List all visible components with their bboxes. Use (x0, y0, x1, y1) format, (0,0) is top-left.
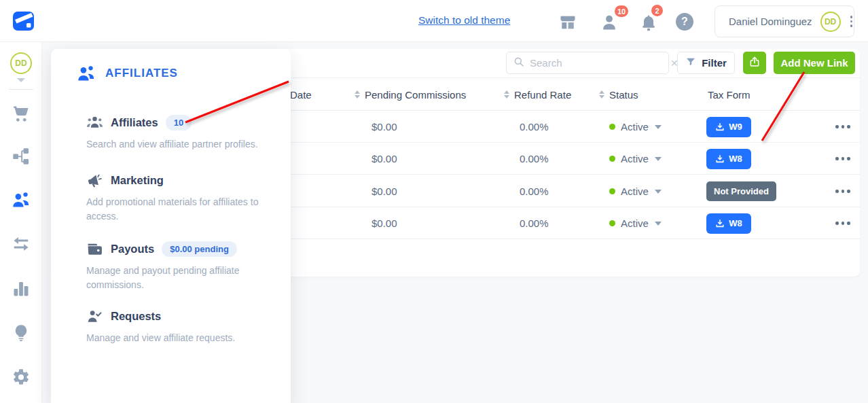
status-caret-icon[interactable] (655, 157, 662, 161)
flyout-item-label: Affiliates (111, 116, 158, 129)
column-label: Pending Commissions (365, 89, 466, 101)
flyout-header: AFFILIATES (77, 64, 178, 83)
pending-commissions-value: $0.00 (372, 175, 397, 207)
notifications-count-badge: 2 (650, 3, 664, 18)
row-actions-menu-icon[interactable] (834, 121, 852, 133)
status-caret-icon[interactable] (655, 190, 662, 194)
flyout-item-description: Search and view affiliate partner profil… (86, 137, 283, 152)
tax-form-download-button[interactable]: W8 (706, 149, 751, 169)
search-box[interactable]: ✕ (506, 52, 669, 74)
app-logo-icon[interactable] (12, 9, 36, 33)
user-avatar: DD (820, 12, 841, 32)
column-label: Status (609, 89, 638, 101)
person-check-icon (86, 308, 103, 325)
wallet-icon (86, 241, 103, 258)
active-status-dot (609, 188, 615, 194)
top-header: Switch to old theme 10 2 ? Daniel Doming… (0, 0, 868, 42)
storefront-icon[interactable] (558, 13, 577, 32)
contacts-count-badge: 10 (613, 4, 630, 18)
sidebar-item-analytics[interactable] (12, 279, 31, 298)
tax-form-label: W8 (729, 218, 742, 228)
kebab-menu-icon[interactable] (848, 13, 856, 30)
active-status-dot (609, 124, 615, 130)
sort-icon[interactable] (504, 90, 509, 99)
user-menu[interactable]: Daniel Dominguez DD (715, 5, 854, 37)
sidebar-item-cart[interactable] (12, 104, 31, 123)
status-caret-icon[interactable] (655, 222, 662, 226)
filter-funnel-icon (685, 56, 696, 69)
filter-label: Filter (702, 57, 727, 69)
tax-form-label: W8 (729, 154, 742, 164)
flyout-item-description: Manage and payout pending affiliate comm… (86, 264, 283, 292)
flyout-item-label: Payouts (111, 243, 154, 256)
filter-button[interactable]: Filter (677, 52, 735, 74)
sidebar-divider (9, 89, 33, 90)
column-label: Tax Form (708, 89, 751, 101)
status-caret-icon[interactable] (655, 125, 662, 129)
active-status-dot (609, 220, 615, 226)
flyout-item-label: Requests (111, 310, 161, 323)
sidebar: DD (0, 42, 42, 403)
flyout-item-link[interactable]: Marketing (86, 172, 285, 189)
flyout-item-payouts: Payouts $0.00 pending Manage and payout … (86, 241, 285, 292)
column-label: Date (290, 89, 312, 101)
status-cell: Active (609, 207, 662, 239)
sidebar-avatar[interactable]: DD (10, 52, 32, 74)
search-input[interactable] (530, 57, 665, 69)
flyout-item-affiliates: Affiliates 10 Search and view affiliate … (86, 114, 285, 152)
users-group-icon (86, 114, 103, 131)
refund-rate-value: 0.00% (520, 111, 549, 143)
status-cell: Active (609, 175, 662, 207)
column-header-tax-form: Tax Form (708, 78, 751, 111)
refund-rate-value: 0.00% (520, 207, 549, 239)
status-label: Active (621, 153, 649, 164)
chevron-down-icon[interactable] (17, 78, 25, 82)
column-header-status[interactable]: Status (599, 78, 638, 111)
flyout-item-marketing: Marketing Add promotional materials for … (86, 172, 285, 224)
sidebar-item-ideas[interactable] (12, 323, 31, 343)
export-button[interactable] (743, 52, 766, 74)
user-name: Daniel Dominguez (729, 16, 814, 27)
tax-form-label: W9 (729, 122, 742, 132)
sidebar-item-settings[interactable] (12, 368, 31, 387)
status-label: Active (621, 217, 649, 229)
add-new-link-button[interactable]: Add New Link (774, 52, 855, 74)
flyout-item-description: Manage and view affiliate requests. (86, 331, 283, 345)
tax-form-download-button[interactable]: W9 (706, 117, 751, 137)
flyout-item-label: Marketing (111, 174, 164, 187)
megaphone-icon (86, 172, 103, 189)
sort-icon[interactable] (355, 90, 360, 99)
flyout-item-link[interactable]: Requests (86, 308, 285, 325)
export-icon (748, 56, 761, 70)
search-icon (513, 56, 524, 70)
flyout-item-link[interactable]: Payouts $0.00 pending (86, 241, 285, 258)
flyout-item-description: Add promotional materials for affiliates… (86, 195, 283, 224)
row-actions-menu-icon[interactable] (834, 153, 852, 164)
sidebar-item-transactions[interactable] (12, 234, 31, 253)
pending-commissions-value: $0.00 (372, 143, 397, 175)
affiliates-icon (77, 64, 96, 83)
row-actions-menu-icon[interactable] (834, 217, 852, 229)
column-header-refund-rate[interactable]: Refund Rate (504, 78, 571, 111)
refund-rate-value: 0.00% (520, 175, 549, 207)
status-label: Active (621, 186, 649, 197)
tax-form-download-button[interactable]: W8 (706, 213, 751, 234)
pending-commissions-value: $0.00 (372, 111, 397, 143)
column-header-date[interactable]: Date (290, 78, 312, 111)
pending-commissions-value: $0.00 (372, 207, 397, 239)
download-icon (715, 154, 725, 164)
download-icon (715, 219, 725, 228)
switch-theme-link[interactable]: Switch to old theme (418, 14, 510, 27)
tax-form-not-provided-badge: Not Provided (706, 181, 776, 201)
active-status-dot (609, 156, 615, 162)
help-icon[interactable]: ? (676, 13, 693, 31)
flyout-title: AFFILIATES (105, 67, 178, 80)
refund-rate-value: 0.00% (520, 143, 549, 175)
flyout-item-link[interactable]: Affiliates 10 (86, 114, 285, 131)
row-actions-menu-icon[interactable] (834, 186, 852, 197)
sidebar-item-funnels[interactable] (12, 147, 31, 166)
sidebar-item-affiliates[interactable] (12, 190, 31, 209)
download-icon (715, 122, 725, 132)
sort-icon[interactable] (599, 90, 604, 99)
column-header-pending-commissions[interactable]: Pending Commissions (355, 78, 466, 111)
